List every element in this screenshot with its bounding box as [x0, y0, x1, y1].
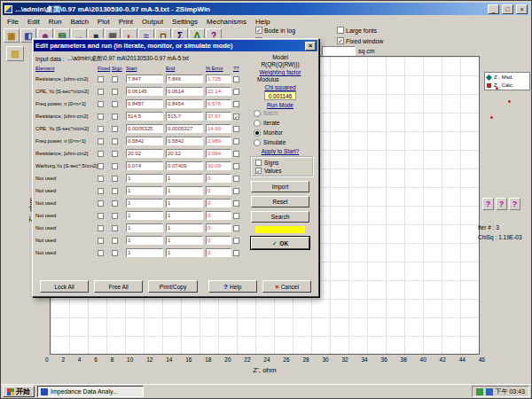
chi-squared-link[interactable]: Chi squared	[264, 84, 295, 90]
param-sign-checkbox[interactable]	[112, 213, 118, 219]
folder-icon[interactable]: ▨	[6, 46, 24, 61]
ok-button[interactable]: ✓ OK	[251, 237, 309, 249]
param-fixed-checkbox[interactable]	[98, 113, 104, 120]
param-fixed-checkbox[interactable]	[98, 89, 104, 95]
param-flag-checkbox[interactable]	[233, 188, 239, 194]
open-data-icon[interactable]: ▦	[4, 28, 20, 43]
apply-to-start-link[interactable]: Apply to Start?	[262, 148, 300, 154]
param-start-value[interactable]: 1	[126, 248, 163, 257]
param-flag-checkbox[interactable]	[233, 213, 239, 219]
param-flag-checkbox[interactable]	[233, 250, 239, 256]
run-mode-link[interactable]: Run Mode	[267, 102, 293, 108]
radio-iterate-icon[interactable]	[254, 120, 261, 127]
param-start-value[interactable]: 514.5	[126, 112, 163, 121]
run-mode-batch[interactable]: Batch	[254, 109, 286, 117]
param-fixed-checkbox[interactable]	[98, 225, 104, 231]
apply-values[interactable]: ✓Values	[255, 168, 309, 174]
param-start-value[interactable]: 1	[126, 186, 163, 195]
param-start-value[interactable]: 7.847	[126, 74, 163, 83]
param-flag-checkbox[interactable]	[233, 138, 239, 145]
lock-all-button[interactable]: Lock All	[40, 280, 89, 293]
param-fixed-checkbox[interactable]	[98, 126, 104, 132]
param-sign-checkbox[interactable]	[112, 250, 118, 256]
param-start-value[interactable]: 0.8457	[126, 99, 163, 108]
dialog-title-bar[interactable]: Edit parameters and run (in iterate, mon…	[34, 40, 317, 51]
help-box-1[interactable]: ?	[482, 198, 494, 210]
help-button[interactable]: ? Help	[208, 280, 257, 293]
help-box-3[interactable]: ?	[509, 198, 520, 210]
param-fixed-checkbox[interactable]	[98, 151, 104, 157]
fixed-window-checkbox[interactable]: ✓	[337, 37, 344, 44]
start-button[interactable]: 开始	[3, 386, 35, 397]
radio-simulate-icon[interactable]	[254, 139, 261, 146]
print-copy-button[interactable]: Print/Copy	[148, 280, 197, 293]
param-fixed-checkbox[interactable]	[98, 238, 104, 244]
toggle-bode-in-log[interactable]: ✓Bode in log	[255, 26, 337, 35]
menu-edit[interactable]: Edit	[23, 18, 44, 26]
radio-monitor-icon[interactable]	[254, 129, 261, 137]
apply-signs[interactable]: Signs	[255, 160, 309, 166]
param-start-value[interactable]: 1	[126, 211, 163, 220]
param-fixed-checkbox[interactable]	[98, 163, 104, 169]
param-sign-checkbox[interactable]	[112, 225, 118, 231]
param-start-value[interactable]: 1	[126, 236, 163, 245]
apply-signs-checkbox[interactable]	[255, 160, 262, 166]
large-fonts-checkbox[interactable]	[337, 27, 344, 34]
param-fixed-checkbox[interactable]	[98, 101, 104, 107]
param-sign-checkbox[interactable]	[112, 176, 118, 182]
param-fixed-checkbox[interactable]	[98, 188, 104, 194]
param-sign-checkbox[interactable]	[112, 200, 118, 207]
param-fixed-checkbox[interactable]	[98, 138, 104, 145]
menu-run[interactable]: Run	[44, 18, 66, 26]
menu-print[interactable]: Print	[114, 18, 137, 26]
param-fixed-checkbox[interactable]	[98, 200, 104, 207]
param-start-value[interactable]: 0.5842	[126, 137, 163, 145]
maximize-button[interactable]: □	[502, 4, 513, 14]
param-start-value[interactable]: 20.92	[126, 149, 163, 158]
param-sign-checkbox[interactable]	[112, 238, 118, 244]
search-button[interactable]: Search	[251, 211, 309, 223]
run-mode-simulate[interactable]: Simulate	[254, 138, 286, 146]
close-button[interactable]: ×	[516, 4, 528, 14]
param-sign-checkbox[interactable]	[112, 163, 118, 169]
param-flag-checkbox[interactable]	[233, 101, 239, 107]
run-mode-monitor[interactable]: Monitor	[254, 129, 286, 137]
param-start-value[interactable]: 0.06145	[126, 87, 163, 96]
param-flag-checkbox[interactable]	[233, 89, 239, 95]
param-sign-checkbox[interactable]	[112, 113, 118, 120]
param-start-value[interactable]: 1	[126, 174, 163, 183]
param-sign-checkbox[interactable]	[112, 188, 118, 194]
param-fixed-checkbox[interactable]	[98, 213, 104, 219]
param-flag-checkbox[interactable]	[233, 238, 239, 244]
param-fixed-checkbox[interactable]	[98, 76, 104, 82]
run-mode-iterate[interactable]: Iterate	[254, 119, 286, 127]
radio-batch-icon[interactable]	[254, 110, 261, 117]
param-sign-checkbox[interactable]	[112, 138, 118, 145]
param-sign-checkbox[interactable]	[112, 151, 118, 157]
param-start-value[interactable]: 1	[126, 199, 163, 207]
param-flag-checkbox[interactable]	[233, 126, 239, 132]
menu-help[interactable]: Help	[251, 18, 274, 26]
param-flag-checkbox[interactable]	[233, 76, 239, 82]
menu-file[interactable]: File	[3, 18, 23, 26]
cancel-button[interactable]: × Cancel	[262, 280, 311, 293]
param-start-value[interactable]: 0.074	[126, 161, 163, 170]
menu-mechanisms[interactable]: Mechanisms	[202, 18, 251, 26]
apply-values-checkbox[interactable]: ✓	[255, 168, 262, 174]
param-flag-checkbox[interactable]	[233, 151, 239, 157]
dialog-close-icon[interactable]: ×	[305, 42, 316, 51]
taskbar-task-button[interactable]: Impedance Data Analy...	[37, 386, 144, 397]
minimize-button[interactable]: _	[488, 4, 499, 14]
param-start-value[interactable]: 0.0005325	[126, 124, 163, 133]
reset-button[interactable]: Reset	[251, 196, 309, 207]
param-flag-checkbox[interactable]	[233, 200, 239, 207]
param-fixed-checkbox[interactable]	[98, 250, 104, 256]
param-sign-checkbox[interactable]	[112, 89, 118, 95]
param-flag-checkbox[interactable]	[233, 225, 239, 231]
param-fixed-checkbox[interactable]	[98, 176, 104, 182]
volume-icon[interactable]	[486, 388, 493, 395]
menu-plot[interactable]: Plot	[93, 18, 114, 26]
param-flag-checkbox[interactable]: ✓	[233, 113, 239, 120]
param-sign-checkbox[interactable]	[112, 126, 118, 132]
menu-settings[interactable]: Settings	[168, 18, 202, 26]
